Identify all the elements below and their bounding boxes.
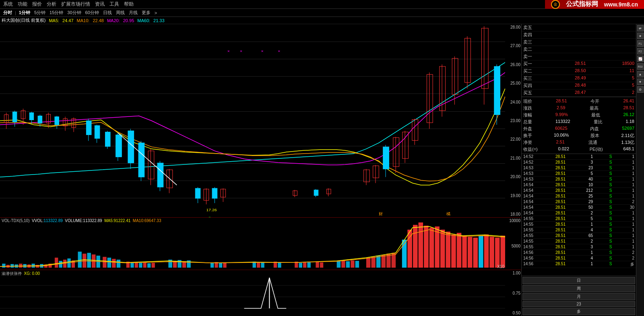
toolbar-30min[interactable]: 30分钟 bbox=[66, 10, 83, 16]
nav-btn-more[interactable]: 多 bbox=[522, 308, 635, 315]
nav-btn-month[interactable]: 月 bbox=[522, 293, 635, 300]
nav-btn-day[interactable]: 日 bbox=[522, 277, 635, 284]
trade-row: 14:52 28.51 3 S 1 bbox=[522, 160, 636, 165]
brand-area: 金 公式指标网 www.9m8.cn bbox=[545, 0, 644, 9]
ob-buy1: 买一 28.51 18500 bbox=[522, 60, 636, 68]
stock-info-bar: 科大国创(日线 前复权) MA5: 24.47 MA10: 22.48 MA20… bbox=[0, 17, 644, 24]
icon-arrow-up[interactable]: ▲ bbox=[637, 71, 644, 77]
svg-rect-47 bbox=[314, 190, 318, 195]
svg-rect-113 bbox=[143, 262, 147, 268]
price-axis: 28.00 27.00 26.00 25.00 24.00 23.00 22.0… bbox=[505, 24, 521, 217]
svg-text:17.26: 17.26 bbox=[206, 208, 217, 212]
svg-text:×: × bbox=[227, 49, 230, 53]
toolbar-monthly[interactable]: 月线 bbox=[127, 10, 139, 16]
menu-system[interactable]: 系统 bbox=[3, 1, 13, 8]
stock-name: 科大国创(日线 前复权) bbox=[2, 17, 45, 23]
svg-rect-95 bbox=[55, 258, 58, 268]
ob-buy5: 买五 28.47 2 bbox=[522, 89, 636, 97]
toolbar-60min[interactable]: 60分钟 bbox=[84, 10, 101, 16]
toolbar-1min[interactable]: 1分钟 bbox=[17, 10, 32, 16]
trade-row: 14:56 28.51 4 S 2 bbox=[522, 256, 636, 261]
svg-rect-124 bbox=[223, 262, 226, 268]
ob-sell4: 卖四 bbox=[522, 31, 636, 39]
icon-f2[interactable]: F2 bbox=[637, 48, 644, 54]
svg-rect-87 bbox=[19, 264, 22, 268]
ma20-value: 20.95 bbox=[123, 18, 134, 23]
ob-buy4: 买四 28.48 5 bbox=[522, 82, 636, 89]
svg-rect-164 bbox=[495, 238, 500, 268]
toolbar-more[interactable]: 更多 bbox=[140, 10, 152, 16]
svg-rect-45 bbox=[293, 191, 297, 195]
menu-analysis[interactable]: 分析 bbox=[47, 1, 56, 8]
svg-rect-85 bbox=[10, 264, 14, 268]
svg-rect-135 bbox=[320, 262, 323, 268]
trade-row: 14:54 28.51 10 S 1 bbox=[522, 182, 636, 188]
sub-indicator-label: 渝潜伏张停 XG: 0.00 bbox=[2, 271, 40, 276]
svg-rect-149 bbox=[413, 225, 418, 268]
price-25: 25.00 bbox=[506, 81, 520, 85]
ob-sell1: 卖一 bbox=[522, 53, 636, 60]
price-19: 19.00 bbox=[506, 193, 520, 198]
volume-svg bbox=[0, 218, 505, 270]
menu-func[interactable]: 功能 bbox=[18, 1, 27, 8]
svg-rect-63 bbox=[427, 75, 433, 123]
toolbar-arrow[interactable]: > bbox=[153, 10, 159, 15]
icon-rsi[interactable]: RSI bbox=[637, 63, 644, 70]
menu-quote[interactable]: 报价 bbox=[32, 1, 42, 8]
svg-rect-7 bbox=[29, 113, 33, 120]
svg-rect-126 bbox=[257, 262, 260, 268]
price-27: 27.00 bbox=[506, 44, 520, 48]
toolbar-15min[interactable]: 15分钟 bbox=[48, 10, 65, 16]
toolbar-daily[interactable]: 日线 bbox=[101, 10, 114, 16]
svg-rect-154 bbox=[440, 230, 445, 268]
svg-rect-159 bbox=[468, 237, 473, 268]
trade-row: 14:56 28.51 1 S 2 bbox=[522, 250, 636, 256]
stat-outer-inner: 外盘 60625 内盘 52697 bbox=[522, 125, 636, 132]
menu-bar: 系统 功能 报价 分析 扩展市场行情 资讯 工具 帮助 bbox=[0, 1, 137, 8]
chart-area: × × × × 17.26 财 橘 S 28.00 27.00 26.00 25… bbox=[0, 24, 521, 316]
svg-rect-142 bbox=[371, 257, 375, 268]
svg-rect-19 bbox=[86, 121, 91, 135]
toolbar-fenshi[interactable]: 分时 bbox=[2, 10, 14, 16]
ma60-label: MA60: bbox=[137, 18, 150, 23]
svg-text:橘: 橘 bbox=[446, 212, 450, 216]
toolbar-5min[interactable]: 5分钟 bbox=[33, 10, 47, 16]
svg-rect-105 bbox=[103, 257, 106, 268]
icon-settings[interactable]: ⚙ bbox=[637, 86, 644, 93]
svg-rect-96 bbox=[59, 261, 62, 268]
svg-rect-137 bbox=[341, 260, 345, 268]
trade-row: 14:53 28.51 40 S 1 bbox=[522, 177, 636, 182]
icon-f1[interactable]: F1 bbox=[637, 40, 644, 47]
price-26: 26.00 bbox=[506, 62, 520, 67]
svg-rect-55 bbox=[383, 147, 389, 169]
sub-1: 1.00 bbox=[506, 271, 520, 275]
price-21: 21.00 bbox=[506, 156, 520, 160]
menu-help[interactable]: 帮助 bbox=[124, 1, 134, 8]
svg-rect-106 bbox=[107, 258, 111, 268]
nav-btn-week[interactable]: 周 bbox=[522, 285, 635, 292]
ob-sell2: 卖二 bbox=[522, 46, 636, 53]
svg-rect-83 bbox=[2, 264, 5, 268]
icon-exchange[interactable]: ⇄ bbox=[637, 25, 644, 31]
icon-graph[interactable]: 📈 bbox=[637, 56, 644, 62]
main-chart[interactable]: × × × × 17.26 财 橘 S 28.00 27.00 26.00 25… bbox=[0, 24, 521, 218]
menu-market[interactable]: 扩展市场行情 bbox=[61, 1, 90, 8]
svg-rect-141 bbox=[366, 258, 370, 268]
svg-rect-160 bbox=[473, 238, 478, 268]
svg-rect-136 bbox=[337, 261, 341, 268]
nav-btn-23[interactable]: 23 bbox=[522, 301, 635, 307]
trade-row: 14:56 28.51 1 S 多 bbox=[522, 261, 636, 268]
svg-rect-9 bbox=[38, 116, 42, 123]
menu-info[interactable]: 资讯 bbox=[95, 1, 105, 8]
ob-buy3: 买三 28.49 5 bbox=[522, 75, 636, 82]
orderbook-sells: 卖五 卖四 卖三 卖二 卖一 bbox=[522, 24, 636, 60]
toolbar-weekly[interactable]: 周线 bbox=[114, 10, 126, 16]
menu-tools[interactable]: 工具 bbox=[109, 1, 119, 8]
svg-text:×: × bbox=[240, 49, 242, 53]
icon-arrow-down[interactable]: ▼ bbox=[637, 79, 644, 85]
vol-10000: 10000 bbox=[506, 218, 520, 223]
svg-text:×: × bbox=[278, 49, 280, 53]
icon-star[interactable]: ★ bbox=[637, 33, 644, 39]
vol-5000: 5000 bbox=[506, 244, 520, 248]
svg-rect-25 bbox=[116, 135, 122, 157]
